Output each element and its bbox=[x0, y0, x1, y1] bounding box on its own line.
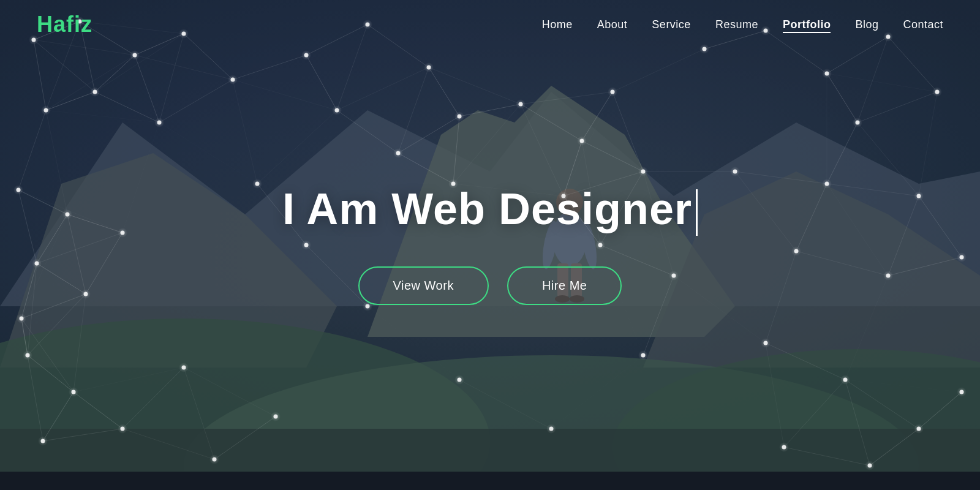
nav-item-home[interactable]: Home bbox=[542, 18, 573, 31]
navbar: Hafiz Home About Service Resume Portfoli… bbox=[0, 0, 980, 49]
nav-link-about[interactable]: About bbox=[597, 18, 628, 31]
view-work-button[interactable]: View Work bbox=[358, 266, 489, 305]
hero-section: Hafiz Home About Service Resume Portfoli… bbox=[0, 0, 980, 490]
bottom-bar bbox=[0, 472, 980, 490]
nav-link-service[interactable]: Service bbox=[652, 18, 691, 31]
nav-link-contact[interactable]: Contact bbox=[903, 18, 943, 31]
hire-me-button[interactable]: Hire Me bbox=[507, 266, 622, 305]
hero-title: I Am Web Designer bbox=[214, 185, 766, 236]
nav-item-blog[interactable]: Blog bbox=[855, 18, 878, 31]
cursor-blink bbox=[696, 189, 698, 236]
nav-links: Home About Service Resume Portfolio Blog… bbox=[542, 18, 943, 31]
nav-link-resume[interactable]: Resume bbox=[715, 18, 758, 31]
nav-link-blog[interactable]: Blog bbox=[855, 18, 878, 31]
hero-content: I Am Web Designer View Work Hire Me bbox=[214, 185, 766, 305]
nav-link-portfolio[interactable]: Portfolio bbox=[783, 18, 831, 33]
nav-link-home[interactable]: Home bbox=[542, 18, 573, 31]
nav-item-service[interactable]: Service bbox=[652, 18, 691, 31]
nav-item-resume[interactable]: Resume bbox=[715, 18, 758, 31]
hero-buttons: View Work Hire Me bbox=[214, 266, 766, 305]
nav-item-portfolio[interactable]: Portfolio bbox=[783, 18, 831, 31]
nav-item-about[interactable]: About bbox=[597, 18, 628, 31]
nav-item-contact[interactable]: Contact bbox=[903, 18, 943, 31]
logo[interactable]: Hafiz bbox=[37, 12, 92, 37]
